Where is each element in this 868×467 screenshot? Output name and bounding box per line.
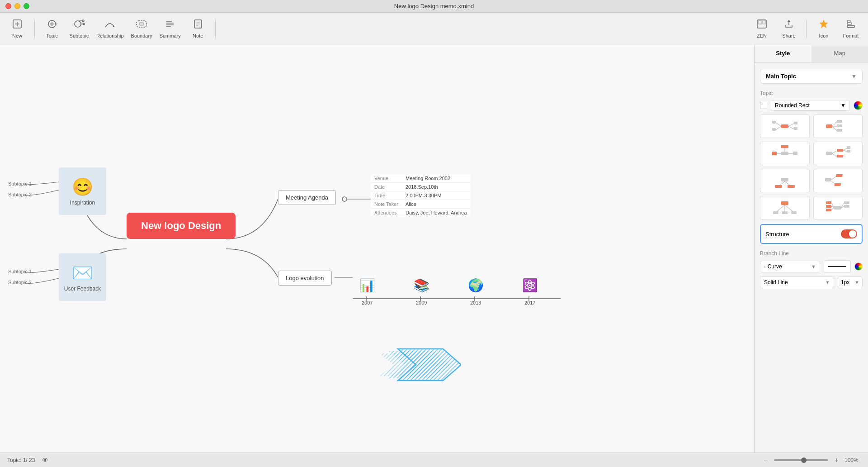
layout-thumb-5[interactable] [760,169,810,192]
toolbar-format[interactable]: Format [837,15,864,43]
inspiration-label: Inspiration [70,200,95,206]
branch-color-picker[interactable] [854,262,863,271]
node-inspiration[interactable]: 😊 Inspiration [59,167,106,215]
toolbar-sep3 [806,20,807,38]
branch-line-section: Branch Line ‹ Curve ▼ Solid Line [760,250,863,288]
tab-style[interactable]: Style [755,45,811,62]
toolbar-new[interactable]: New [4,15,31,43]
layout-svg-4 [824,144,851,162]
layout-svg-7 [771,199,798,217]
main-topic-button[interactable]: Main Topic ▼ [760,69,863,84]
structure-label: Structure [765,231,789,238]
svg-rect-58 [772,128,776,131]
svg-rect-85 [837,155,843,157]
svg-line-84 [832,153,837,157]
tab-map[interactable]: Map [811,45,868,62]
svg-line-78 [832,151,837,153]
svg-rect-62 [794,127,797,130]
field-venue: Venue [371,174,402,183]
svg-marker-29 [820,20,828,28]
structure-toggle[interactable] [841,229,857,238]
user-feedback-label: User Feedback [64,286,101,292]
toolbar-relationship[interactable]: Relationship [93,15,127,43]
svg-rect-74 [772,152,777,155]
svg-line-109 [831,208,834,210]
node-meeting-agenda[interactable]: Meeting Agenda [278,190,336,205]
panel-tabs: Style Map [755,45,868,62]
node-user-feedback[interactable]: ✉️ User Feedback [59,253,106,301]
relationship-icon [104,19,115,32]
svg-rect-100 [782,211,788,214]
minimize-button[interactable] [14,3,20,9]
style-dropdown-arrow: ▼ [825,280,830,285]
svg-rect-72 [781,145,788,148]
field-attendees: Attendees [371,209,402,217]
maximize-button[interactable] [24,3,29,9]
toolbar-subtopic[interactable]: Subtopic [66,15,93,43]
timeline-svg: 📊 📚 🌍 ⚛️ 2007 2009 2013 2017 [353,269,561,305]
value-note-taker: Alice [402,200,471,209]
size-dropdown[interactable]: 1px ▼ [838,276,863,288]
svg-rect-102 [791,211,797,214]
layout-thumb-6[interactable] [813,169,863,192]
svg-rect-83 [847,150,850,152]
layout-thumb-2[interactable] [813,114,863,138]
field-time: Time [371,191,402,200]
svg-rect-90 [788,185,795,188]
layout-svg-1 [771,117,798,135]
insp-subtopic2: Subtopic 2 [8,192,32,197]
value-time: 2:00PM-3:30PM [402,191,471,200]
solid-line-dropdown[interactable]: Solid Line ▼ [760,276,834,288]
inspiration-emoji: 😊 [72,177,93,197]
shape-checkbox[interactable] [760,102,767,109]
svg-rect-94 [836,174,843,177]
canvas[interactable]: New logo Design 😊 Inspiration ✉️ User Fe… [0,45,754,453]
svg-rect-106 [826,209,831,211]
topic-icon [47,19,57,32]
share-label: Share [782,33,795,38]
node-logo-evolution[interactable]: Logo evolution [278,271,332,286]
svg-rect-56 [772,121,776,124]
shape-dropdown[interactable]: Rounded Rect ▼ [771,100,850,111]
agenda-table: Venue Meeting Room 2002 Date 2018.Sep.10… [371,174,471,217]
svg-line-55 [776,123,781,126]
boundary-label: Boundary [131,33,152,38]
zoom-out-button[interactable]: − [761,456,770,464]
toolbar-boundary[interactable]: Boundary [127,15,156,43]
eye-icon[interactable]: 👁 [42,457,48,464]
subtopic-label: Subtopic [70,33,89,38]
zoom-thumb[interactable] [801,457,807,463]
svg-rect-95 [835,183,841,186]
close-button[interactable] [5,3,11,9]
line-style-box[interactable] [824,260,851,273]
layout-thumb-3[interactable] [760,142,810,165]
toolbar-topic[interactable]: Topic [38,15,66,43]
main-topic-label: Main Topic [766,73,796,80]
svg-line-57 [776,126,781,130]
toolbar-zen[interactable]: ZEN [748,15,775,43]
svg-rect-63 [826,124,832,128]
layout-svg-8 [824,199,851,217]
svg-rect-98 [773,211,778,214]
central-node[interactable]: New logo Design [127,213,236,239]
layout-thumb-8[interactable] [813,196,863,219]
table-row: Time 2:00PM-3:30PM [371,191,471,200]
toolbar-share[interactable]: Share [775,15,802,43]
layout-thumb-4[interactable] [813,142,863,165]
zoom-in-button[interactable]: + [832,456,841,464]
svg-rect-111 [844,205,849,208]
value-date: 2018.Sep.10th [402,183,471,191]
layout-thumb-7[interactable] [760,196,810,219]
toolbar-note[interactable]: Note [184,15,212,43]
table-row: Date 2018.Sep.10th [371,183,471,191]
layout-thumb-1[interactable] [760,114,810,138]
svg-rect-54 [781,124,788,128]
color-picker[interactable] [854,101,863,110]
toolbar-icon[interactable]: Icon [810,15,837,43]
zoom-slider[interactable] [774,459,828,461]
layout-svg-2 [824,117,851,135]
curve-dropdown[interactable]: ‹ Curve ▼ [760,261,820,272]
svg-text:2009: 2009 [416,300,427,305]
toolbar-summary[interactable]: Summary [156,15,184,43]
relationship-label: Relationship [96,33,124,38]
